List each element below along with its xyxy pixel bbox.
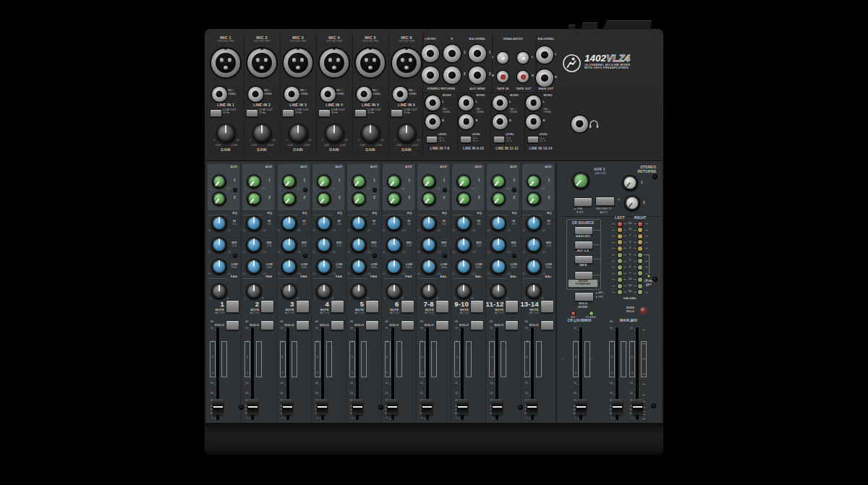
aux1-master-knob[interactable] [572, 172, 590, 189]
low-cut-button[interactable] [391, 109, 403, 117]
channel-fader[interactable] [282, 399, 293, 415]
mute-button[interactable] [296, 300, 310, 313]
channel-fader[interactable] [317, 399, 328, 415]
solo-button[interactable] [296, 320, 310, 330]
eq-low-knob[interactable] [490, 259, 506, 275]
solo-button[interactable] [505, 320, 519, 330]
eq-hi-knob[interactable] [281, 215, 297, 231]
aux1-knob[interactable] [422, 174, 436, 189]
eq-mid-knob[interactable] [246, 237, 262, 253]
eq-mid-knob[interactable] [386, 237, 402, 253]
return-to-aux1-button[interactable] [595, 197, 615, 206]
pan-knob[interactable] [490, 283, 506, 299]
eq-low-knob[interactable] [526, 259, 542, 275]
pan-knob[interactable] [386, 283, 402, 299]
main-mix-fader-left[interactable] [612, 399, 623, 415]
eq-hi-knob[interactable] [211, 215, 227, 231]
aux2-knob[interactable] [317, 192, 331, 206]
eq-low-knob[interactable] [386, 259, 402, 275]
aux2-knob[interactable] [527, 192, 541, 206]
gain-knob[interactable] [361, 124, 380, 143]
eq-hi-knob[interactable] [246, 215, 262, 231]
pan-knob[interactable] [456, 283, 472, 299]
solo-button[interactable] [226, 320, 239, 330]
aux1-knob[interactable] [282, 174, 297, 189]
stereo-return2-knob[interactable] [624, 195, 640, 211]
level-switch[interactable] [493, 136, 505, 143]
pan-knob[interactable] [211, 283, 227, 299]
pan-knob[interactable] [526, 283, 542, 299]
aux2-knob[interactable] [282, 192, 297, 206]
solo-button[interactable] [540, 320, 554, 330]
pan-knob[interactable] [421, 283, 437, 299]
low-cut-button[interactable] [354, 109, 367, 117]
eq-mid-knob[interactable] [211, 237, 227, 253]
pan-knob[interactable] [246, 283, 262, 299]
mute-button[interactable] [435, 300, 449, 313]
eq-hi-knob[interactable] [386, 215, 402, 231]
level-switch[interactable] [426, 136, 438, 143]
gain-knob[interactable] [252, 124, 272, 143]
eq-mid-knob[interactable] [316, 237, 332, 253]
gain-knob[interactable] [397, 124, 417, 143]
aux1-knob[interactable] [527, 174, 541, 189]
mute-button[interactable] [260, 300, 274, 313]
low-cut-button[interactable] [210, 109, 222, 117]
mute-button[interactable] [401, 300, 414, 313]
aux2-knob[interactable] [422, 192, 436, 206]
channel-fader[interactable] [352, 399, 363, 415]
low-cut-button[interactable] [246, 109, 258, 117]
solo-button[interactable] [331, 320, 344, 330]
pan-knob[interactable] [351, 283, 367, 299]
eq-mid-knob[interactable] [490, 237, 506, 253]
aux1-knob[interactable] [212, 174, 226, 189]
aux1-knob[interactable] [456, 174, 471, 189]
aux1-knob[interactable] [317, 174, 331, 189]
channel-fader[interactable] [457, 399, 468, 415]
channel-fader[interactable] [527, 399, 537, 415]
pan-knob[interactable] [316, 283, 332, 299]
mute-button[interactable] [226, 300, 239, 313]
eq-low-knob[interactable] [421, 259, 437, 275]
low-cut-button[interactable] [282, 109, 294, 117]
eq-hi-knob[interactable] [421, 215, 437, 231]
gain-knob[interactable] [216, 124, 236, 143]
eq-hi-knob[interactable] [490, 215, 506, 231]
aux1-knob[interactable] [387, 174, 401, 189]
eq-mid-knob[interactable] [526, 237, 542, 253]
stereo-return1-knob[interactable] [622, 175, 638, 191]
eq-low-knob[interactable] [456, 259, 472, 275]
eq-mid-knob[interactable] [281, 237, 297, 253]
low-cut-button[interactable] [318, 109, 331, 117]
mute-button[interactable] [470, 300, 484, 313]
eq-mid-knob[interactable] [456, 237, 472, 253]
eq-low-knob[interactable] [281, 259, 297, 275]
level-switch[interactable] [527, 136, 539, 143]
channel-fader[interactable] [247, 399, 258, 415]
gain-knob[interactable] [289, 124, 308, 143]
mute-button[interactable] [505, 300, 519, 313]
mute-button[interactable] [331, 300, 344, 313]
eq-hi-knob[interactable] [351, 215, 367, 231]
eq-mid-knob[interactable] [351, 237, 367, 253]
eq-low-knob[interactable] [351, 259, 367, 275]
solo-button[interactable] [470, 320, 484, 330]
assign-button[interactable] [574, 271, 593, 280]
pan-knob[interactable] [281, 283, 297, 299]
solo-button[interactable] [260, 320, 274, 330]
cr-submix-fader[interactable] [576, 399, 587, 415]
aux2-knob[interactable] [456, 192, 471, 206]
solo-button[interactable] [401, 320, 414, 330]
mute-button[interactable] [365, 300, 379, 313]
channel-fader[interactable] [213, 399, 224, 415]
eq-low-knob[interactable] [246, 259, 262, 275]
eq-mid-knob[interactable] [421, 237, 437, 253]
solo-mode-button[interactable] [574, 292, 594, 301]
gain-knob[interactable] [325, 124, 344, 143]
solo-button[interactable] [435, 320, 449, 330]
pre-post-button[interactable] [574, 197, 592, 207]
eq-low-knob[interactable] [316, 259, 332, 275]
eq-hi-knob[interactable] [456, 215, 472, 231]
channel-fader[interactable] [387, 399, 398, 415]
aux2-knob[interactable] [212, 192, 226, 206]
